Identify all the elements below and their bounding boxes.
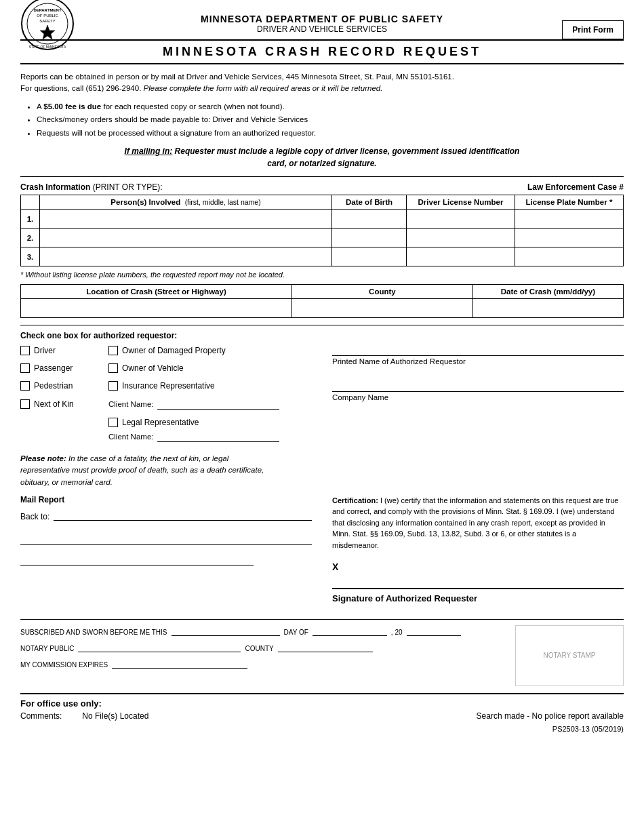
- crash-info-header: Crash Information (PRINT OR TYPE): Law E…: [20, 182, 624, 192]
- row-3-plate[interactable]: [515, 247, 624, 266]
- notary-day-input[interactable]: [313, 625, 387, 636]
- row-3-dl[interactable]: [407, 247, 515, 266]
- client-name-legal-row: Client Name:: [108, 431, 312, 442]
- certification-box: Certification: I (we) certify that the i…: [332, 495, 624, 605]
- col-persons: Person(s) Involved (first, middle, last …: [40, 195, 332, 210]
- location-county-input[interactable]: [292, 299, 473, 318]
- bullet-3: Requests will not be processed without a…: [37, 127, 624, 140]
- notary-year-input[interactable]: [407, 625, 461, 636]
- checkbox-owner-vehicle[interactable]: [108, 363, 118, 373]
- bullet-1: A $5.00 fee is due for each requested co…: [37, 100, 624, 114]
- office-use-title: For office use only:: [20, 698, 624, 709]
- requestor-left: Driver Owner of Damaged Property Passeng…: [20, 346, 312, 446]
- label-next-of-kin: Next of Kin: [34, 399, 74, 409]
- row-2-dob[interactable]: [332, 229, 407, 247]
- checkbox-driver[interactable]: [20, 346, 30, 355]
- row-2-dl[interactable]: [407, 229, 515, 247]
- notary-county-input[interactable]: [278, 641, 373, 652]
- checkbox-insurance-row: Insurance Representative: [108, 381, 312, 391]
- mail-address-line-2[interactable]: [20, 552, 254, 565]
- please-note-bold: Please note:: [20, 454, 66, 462]
- checkbox-pedestrian[interactable]: [20, 381, 30, 391]
- checkbox-owner-damaged[interactable]: [108, 346, 118, 355]
- col-dob: Date of Birth: [332, 195, 407, 210]
- mail-report: Mail Report Back to:: [20, 495, 312, 605]
- svg-marker-5: [40, 25, 55, 39]
- printed-name-line[interactable]: [332, 346, 624, 356]
- company-name-line[interactable]: [332, 382, 624, 392]
- svg-text:OF PUBLIC: OF PUBLIC: [37, 14, 58, 18]
- checkbox-legal-rep[interactable]: [108, 418, 118, 427]
- col-county-header: County: [292, 285, 473, 299]
- dvs-label: DRIVER AND VEHICLE SERVICES: [201, 24, 443, 34]
- label-pedestrian: Pedestrian: [34, 381, 73, 391]
- search-made: Search made - No police report available: [477, 711, 624, 721]
- notary-year-suffix: , 20: [391, 629, 403, 636]
- mail-address-line-1[interactable]: [20, 532, 312, 545]
- col-street-header: Location of Crash (Street or Highway): [21, 285, 292, 299]
- row-1-dob[interactable]: [332, 210, 407, 229]
- bullet-2: Checks/money orders should be made payab…: [37, 113, 624, 127]
- mail-report-label: Mail Report: [20, 495, 64, 504]
- checkbox-passenger[interactable]: [20, 363, 30, 373]
- sig-label: Signature of Authorized Requester: [332, 592, 624, 605]
- svg-text:STATE OF MINNESOTA: STATE OF MINNESOTA: [29, 45, 66, 49]
- row-3-dob[interactable]: [332, 247, 407, 266]
- requestor-grid: Driver Owner of Damaged Property Passeng…: [20, 346, 624, 446]
- dept-name: MINNESOTA DEPARTMENT OF PUBLIC SAFETY: [201, 14, 443, 24]
- no-file-located: No File(s) Located: [82, 711, 148, 721]
- notary-public-row: NOTARY PUBLIC COUNTY: [20, 641, 508, 652]
- certification-bold: Certification:: [332, 496, 378, 504]
- checkbox-owner-vehicle-row: Owner of Vehicle: [108, 363, 312, 373]
- section-divider-2: [20, 325, 624, 325]
- notary-commission-input[interactable]: [112, 658, 247, 669]
- table-row: 2.: [21, 229, 624, 247]
- form-title: MINNESOTA CRASH RECORD REQUEST: [20, 39, 624, 64]
- client-name-kin-row: Client Name:: [108, 399, 312, 410]
- row-num-1: 1.: [21, 210, 40, 229]
- printed-name-label: Printed Name of Authorized Requestor: [332, 357, 624, 365]
- location-table: Location of Crash (Street or Highway) Co…: [20, 284, 624, 318]
- row-2-name[interactable]: [40, 229, 332, 247]
- label-passenger: Passenger: [34, 363, 73, 373]
- location-date-input[interactable]: [472, 299, 623, 318]
- notary-public-input[interactable]: [78, 641, 241, 652]
- col-date-header: Date of Crash (mm/dd/yy): [472, 285, 623, 299]
- print-form-button[interactable]: Print Form: [562, 20, 624, 39]
- notary-subscribed-row: SUBSCRIBED AND SWORN BEFORE ME THIS DAY …: [20, 625, 508, 636]
- notary-stamp-label: NOTARY STAMP: [543, 652, 595, 659]
- row-3-name[interactable]: [40, 247, 332, 266]
- row-1-name[interactable]: [40, 210, 332, 229]
- checkbox-insurance[interactable]: [108, 381, 118, 391]
- signature-area: X Signature of Authorized Requester: [332, 560, 624, 605]
- mail-back-to-line[interactable]: [54, 510, 312, 521]
- location-street-input[interactable]: [21, 299, 292, 318]
- checkbox-legal-rep-row: Legal Representative: [108, 418, 312, 427]
- svg-text:SAFETY: SAFETY: [39, 19, 55, 23]
- notary-subscribed-input[interactable]: [172, 625, 280, 636]
- label-insurance: Insurance Representative: [122, 381, 215, 391]
- please-note: Please note: In the case of a fatality, …: [20, 453, 264, 488]
- intro-line1: Reports can be obtained in person or by …: [20, 73, 454, 81]
- comments-label: Comments:: [20, 711, 62, 721]
- printed-name-field: Printed Name of Authorized Requestor: [332, 346, 624, 365]
- sig-line[interactable]: [332, 576, 624, 589]
- bottom-section: Mail Report Back to: Certification: I (w…: [20, 495, 624, 605]
- row-1-dl[interactable]: [407, 210, 515, 229]
- mailing-note: If mailing in: Requester must include a …: [20, 145, 624, 170]
- label-owner-vehicle: Owner of Vehicle: [122, 363, 184, 373]
- client-name-legal-label: Client Name:: [108, 433, 153, 441]
- company-name-field: Company Name: [332, 382, 624, 401]
- row-1-plate[interactable]: [515, 210, 624, 229]
- row-2-plate[interactable]: [515, 229, 624, 247]
- back-to-label: Back to:: [20, 512, 49, 521]
- company-name-label: Company Name: [332, 393, 624, 401]
- client-name-kin-input[interactable]: [157, 399, 279, 410]
- plate-footnote: * Without listing license plate numbers,…: [20, 271, 624, 279]
- checkbox-next-of-kin[interactable]: [20, 399, 30, 409]
- bullet-list: A $5.00 fee is due for each requested co…: [37, 100, 624, 140]
- header: DEPARTMENT OF PUBLIC SAFETY STATE OF MIN…: [20, 14, 624, 34]
- client-name-legal-input[interactable]: [157, 431, 279, 442]
- law-enforcement-label: Law Enforcement Case #: [527, 182, 624, 192]
- client-name-kin-label: Client Name:: [108, 400, 153, 408]
